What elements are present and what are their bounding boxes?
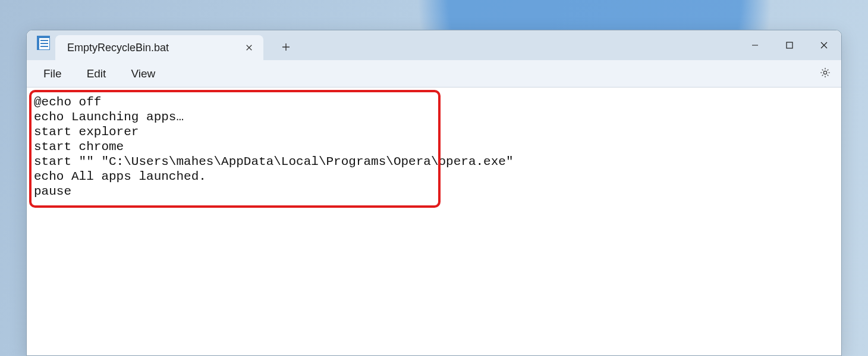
tab-close-button[interactable] (241, 39, 257, 56)
close-button[interactable] (807, 30, 841, 60)
text-editor[interactable]: @echo off echo Launching apps… start exp… (27, 93, 841, 200)
maximize-button[interactable] (772, 30, 807, 60)
editor-area: @echo off echo Launching apps… start exp… (27, 88, 841, 355)
new-tab-button[interactable] (274, 35, 298, 59)
settings-button[interactable] (815, 64, 835, 84)
gear-icon (819, 67, 831, 81)
menu-file[interactable]: File (33, 64, 73, 84)
menubar: File Edit View (27, 60, 841, 88)
titlebar: EmptyRecycleBin.bat (27, 30, 841, 60)
menu-view[interactable]: View (120, 64, 166, 84)
notepad-window: EmptyRecycleBin.bat File Edit View (26, 30, 842, 356)
minimize-button[interactable] (738, 30, 772, 60)
document-tab[interactable]: EmptyRecycleBin.bat (55, 35, 263, 60)
window-controls (738, 30, 841, 60)
tab-title: EmptyRecycleBin.bat (67, 42, 241, 54)
svg-rect-0 (787, 42, 792, 48)
menu-edit[interactable]: Edit (76, 64, 117, 84)
notepad-icon (35, 35, 52, 51)
svg-point-1 (823, 71, 826, 74)
